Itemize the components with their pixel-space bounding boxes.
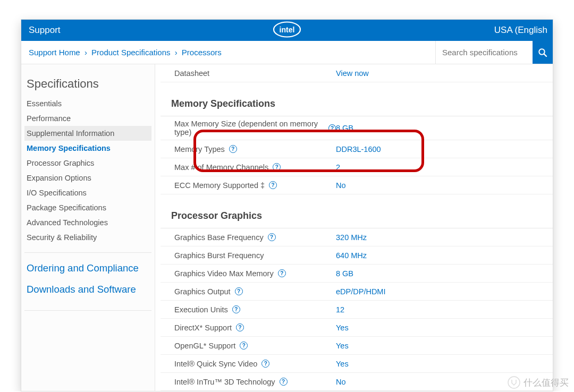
spec-section: Processor GraphicsGraphics Base Frequenc… — [161, 194, 553, 391]
help-icon[interactable]: ? — [232, 305, 240, 313]
watermark: 什么值得买 — [508, 376, 569, 389]
spec-value: 640 MHz — [336, 251, 367, 260]
section-title: Memory Specifications — [161, 91, 553, 116]
sidebar-separator — [24, 252, 151, 253]
spec-row: Max Memory Size (dependent on memory typ… — [161, 116, 553, 140]
spec-value: Yes — [336, 323, 349, 332]
sidebar-item-essentials[interactable]: Essentials — [24, 96, 151, 111]
help-icon[interactable]: ? — [268, 233, 276, 241]
spec-value: 12 — [336, 305, 344, 314]
spec-value: 8 GB — [336, 269, 353, 278]
spec-value: No — [336, 378, 346, 386]
sidebar-item-supplemental[interactable]: Supplemental Information — [24, 126, 151, 141]
spec-row: Max # of Memory Channels?2 — [161, 158, 553, 176]
search-icon — [538, 48, 547, 57]
sidebar-item-io[interactable]: I/O Specifications — [24, 185, 151, 200]
spec-value: DDR3L-1600 — [336, 145, 381, 154]
search-input[interactable] — [436, 41, 533, 64]
sidebar-separator — [24, 310, 151, 311]
breadcrumb-link[interactable]: Support Home — [29, 48, 80, 57]
sidebar-item-memory[interactable]: Memory Specifications — [24, 141, 151, 156]
spec-label: ECC Memory Supported ‡? — [161, 181, 336, 190]
spec-row: Graphics Output?eDP/DP/HDMI — [161, 283, 553, 301]
spec-row: OpenGL* Support?Yes — [161, 337, 553, 355]
breadcrumb-sep: › — [173, 48, 180, 57]
help-icon[interactable]: ? — [273, 163, 281, 171]
spec-label: Memory Types? — [161, 145, 336, 154]
support-link[interactable]: Support — [21, 25, 68, 36]
spec-row: ECC Memory Supported ‡?No — [161, 176, 553, 194]
breadcrumb-link[interactable]: Processors — [182, 48, 222, 57]
help-icon[interactable]: ? — [236, 323, 244, 331]
main-content: Datasheet View now Memory Specifications… — [155, 64, 553, 391]
spec-value: 2 — [336, 163, 340, 172]
help-icon[interactable]: ? — [280, 378, 288, 386]
sidebar-item-package[interactable]: Package Specifications — [24, 200, 151, 215]
sidebar-item-security[interactable]: Security & Reliability — [24, 230, 151, 245]
spec-label: Max Memory Size (dependent on memory typ… — [161, 120, 336, 137]
spec-label: Graphics Burst Frequency — [161, 251, 336, 260]
svg-line-3 — [544, 54, 547, 56]
spec-row: Graphics Video Max Memory?8 GB — [161, 265, 553, 283]
breadcrumb-sep: › — [82, 48, 89, 57]
sidebar-title: Specifications — [24, 64, 151, 96]
help-icon[interactable]: ? — [235, 287, 243, 295]
sidebar-ordering[interactable]: Ordering and Compliance — [24, 255, 151, 276]
spec-value: 8 GB — [336, 124, 353, 132]
spec-row: Datasheet View now — [161, 64, 553, 82]
spec-label: DirectX* Support? — [161, 323, 336, 332]
spec-value: Yes — [336, 342, 349, 350]
sidebar-item-performance[interactable]: Performance — [24, 111, 151, 126]
spec-label: Graphics Video Max Memory? — [161, 269, 336, 278]
intel-logo[interactable]: intel — [272, 21, 302, 40]
spec-label: Intel® InTru™ 3D Technology? — [161, 378, 336, 386]
spec-label: Intel® Quick Sync Video? — [161, 360, 336, 368]
spec-row: Memory Types?DDR3L-1600 — [161, 140, 553, 158]
breadcrumb-link[interactable]: Product Specifications — [91, 48, 170, 57]
spec-row: Graphics Burst Frequency640 MHz — [161, 246, 553, 265]
spec-value: eDP/DP/HDMI — [336, 287, 385, 296]
help-icon[interactable]: ? — [240, 342, 248, 350]
breadcrumb: Support Home › Product Specifications › … — [21, 48, 435, 57]
spec-value: Yes — [336, 360, 349, 368]
sidebar-item-graphics[interactable]: Processor Graphics — [24, 156, 151, 171]
search-button[interactable] — [533, 41, 553, 64]
spec-row: Intel® InTru™ 3D Technology?No — [161, 373, 553, 391]
spec-row: Intel® Quick Sync Video?Yes — [161, 355, 553, 373]
sidebar-downloads[interactable]: Downloads and Software — [24, 276, 151, 297]
spec-label: Max # of Memory Channels? — [161, 163, 336, 172]
spec-label: Execution Units? — [161, 305, 336, 314]
help-icon[interactable]: ? — [328, 124, 336, 132]
top-bar: Support intel USA (English — [21, 20, 553, 41]
spec-value: No — [336, 181, 346, 190]
region-selector[interactable]: USA (English — [494, 25, 553, 36]
svg-point-4 — [508, 377, 520, 388]
spec-label: Graphics Output? — [161, 287, 336, 296]
spec-section: Memory SpecificationsMax Memory Size (de… — [161, 82, 553, 194]
datasheet-link[interactable]: View now — [336, 69, 369, 78]
spec-label: OpenGL* Support? — [161, 342, 336, 350]
spec-label: Graphics Base Frequency? — [161, 233, 336, 242]
spec-row: Execution Units?12 — [161, 301, 553, 319]
spec-row: Graphics Base Frequency?320 MHz — [161, 228, 553, 246]
spec-label: Datasheet — [161, 69, 336, 78]
search-wrap — [435, 41, 553, 64]
sub-bar: Support Home › Product Specifications › … — [21, 41, 553, 64]
section-title: Processor Graphics — [161, 203, 553, 228]
sidebar-item-advanced[interactable]: Advanced Technologies — [24, 215, 151, 230]
svg-text:intel: intel — [280, 25, 295, 34]
spec-row: DirectX* Support?Yes — [161, 319, 553, 337]
spec-value: 320 MHz — [336, 233, 367, 242]
help-icon[interactable]: ? — [229, 145, 237, 153]
help-icon[interactable]: ? — [269, 181, 277, 189]
sidebar: Specifications Essentials Performance Su… — [21, 64, 155, 391]
help-icon[interactable]: ? — [261, 360, 269, 368]
help-icon[interactable]: ? — [278, 269, 286, 277]
sidebar-item-expansion[interactable]: Expansion Options — [24, 171, 151, 185]
